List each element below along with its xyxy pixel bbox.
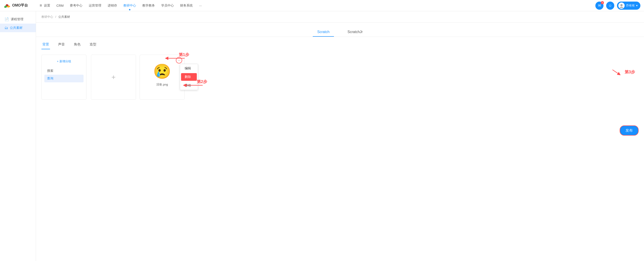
publish-button[interactable]: 发布 <box>620 126 638 136</box>
nav-item-settings[interactable]: 设置 <box>44 3 50 8</box>
smiley-button[interactable]: ☺ <box>606 1 614 10</box>
media-card-0: ··· 😢 泪丧.png 编辑 删除 移动 <box>140 55 185 100</box>
menu-icon[interactable]: ≡ <box>40 3 42 8</box>
document-icon: 📄 <box>4 17 9 21</box>
publish-area: 发布 第3步 <box>610 67 635 76</box>
tab-sound[interactable]: 声音 <box>57 40 66 49</box>
media-filename: 泪丧.png <box>156 83 168 87</box>
menu-item-move[interactable]: 移动 <box>180 81 198 90</box>
tab-scratch[interactable]: Scratch <box>313 27 334 37</box>
breadcrumb-current: 公共素材 <box>58 15 70 18</box>
nav-item-more[interactable]: ··· <box>199 3 202 8</box>
nav-item-finance[interactable]: 财务系统 <box>180 3 193 8</box>
sub-tabs: 背景 声音 角色 造型 <box>36 37 644 49</box>
plus-icon: + <box>112 73 116 81</box>
tab-background[interactable]: 背景 <box>42 40 50 49</box>
svg-point-4 <box>620 7 623 8</box>
nav-item-inventory[interactable]: 进销存 <box>108 3 117 8</box>
left-panel: + 新增分组 搜索 查询 <box>42 55 86 100</box>
main-tabs: Scratch ScratchJr <box>36 23 644 37</box>
nav-right: ✉ 9 ☺ 乔有有 ▾ <box>595 1 640 10</box>
group-item-search[interactable]: 搜索 <box>44 67 84 75</box>
tab-character[interactable]: 角色 <box>73 40 82 49</box>
mail-badge: 9 <box>601 1 604 4</box>
media-thumbnail: 😢 <box>153 63 171 80</box>
workspace: + 新增分组 搜索 查询 + ··· 😢 泪丧.png <box>36 49 644 105</box>
tab-costume[interactable]: 造型 <box>89 40 97 49</box>
menu-item-delete[interactable]: 删除 <box>181 73 197 81</box>
menu-item-edit[interactable]: 编辑 <box>180 64 198 73</box>
step3-arrow <box>610 67 624 76</box>
mail-icon: ✉ <box>598 3 601 8</box>
group-item-query[interactable]: 查询 <box>44 75 84 82</box>
tab-scratchjr[interactable]: ScratchJr <box>343 27 367 37</box>
nav-item-crm[interactable]: CRM <box>56 3 64 8</box>
breadcrumb: 教研中心 / 公共素材 <box>36 11 644 23</box>
main-layout: 📄 课程管理 🗂 公共素材 教研中心 / 公共素材 Scratch Scratc… <box>0 11 644 261</box>
more-options-button[interactable]: ··· <box>176 57 182 63</box>
media-grid: + ··· 😢 泪丧.png 编辑 删除 移动 <box>91 55 638 100</box>
sidebar-item-assets-label: 公共素材 <box>10 26 22 30</box>
layers-icon: 🗂 <box>4 26 8 30</box>
svg-line-7 <box>612 70 619 74</box>
add-group-button[interactable]: + 新增分组 <box>44 58 84 65</box>
user-name: 乔有有 <box>626 3 635 8</box>
logo-text: OMO平台 <box>12 3 28 8</box>
nav-item-exam[interactable]: 赛考中心 <box>70 3 82 8</box>
content-area: 教研中心 / 公共素材 Scratch ScratchJr 背景 声音 角色 造… <box>36 11 644 261</box>
sidebar-item-assets[interactable]: 🗂 公共素材 <box>0 24 36 32</box>
add-media-card[interactable]: + <box>91 55 136 100</box>
nav-item-students[interactable]: 学员中心 <box>161 3 174 8</box>
logo-icon <box>4 2 11 9</box>
main-nav: 设置 CRM 赛考中心 运营管理 进销存 教研中心 教学教务 学员中心 财务系统… <box>44 3 595 8</box>
sidebar-item-courses[interactable]: 📄 课程管理 <box>0 15 36 24</box>
dropdown-menu: 编辑 删除 移动 <box>180 64 198 90</box>
breadcrumb-separator: / <box>56 15 56 18</box>
avatar <box>618 2 625 9</box>
nav-item-research[interactable]: 教研中心 <box>124 3 136 8</box>
svg-point-3 <box>620 4 622 6</box>
sidebar: 📄 课程管理 🗂 公共素材 <box>0 11 36 261</box>
nav-item-ops[interactable]: 运营管理 <box>89 3 101 8</box>
top-nav: OMO平台 ≡ 设置 CRM 赛考中心 运营管理 进销存 教研中心 教学教务 学… <box>0 0 644 11</box>
page-content: Scratch ScratchJr 背景 声音 角色 造型 + 新增分组 搜索 … <box>36 23 644 261</box>
nav-item-teaching[interactable]: 教学教务 <box>142 3 155 8</box>
user-button[interactable]: 乔有有 ▾ <box>617 1 640 10</box>
chevron-down-icon: ▾ <box>636 4 638 7</box>
breadcrumb-parent: 教研中心 <box>42 15 53 18</box>
step3-label: 第3步 <box>625 69 635 75</box>
logo-area: OMO平台 <box>4 2 40 9</box>
mail-button[interactable]: ✉ 9 <box>595 1 604 10</box>
sidebar-item-courses-label: 课程管理 <box>11 17 24 21</box>
step3-annotation: 第3步 <box>610 67 635 76</box>
smiley-icon: ☺ <box>608 3 612 8</box>
